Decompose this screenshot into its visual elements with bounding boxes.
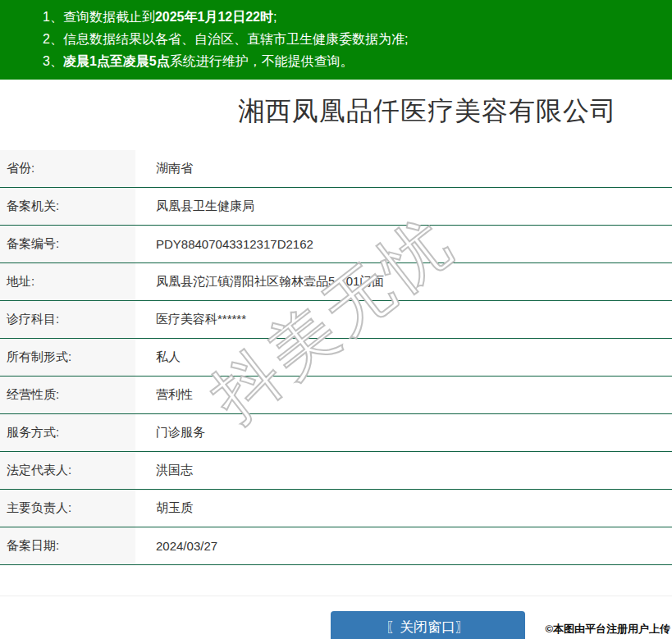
row-value: 洪国志 xyxy=(135,452,193,489)
close-window-button[interactable]: 〖关闭窗口〗 xyxy=(331,611,525,639)
row-value: 凤凰县沱江镇渭阳社区翰林壹品5-101门面 xyxy=(135,263,384,300)
row-label: 经营性质: xyxy=(0,377,135,413)
table-row-filing-date: 备案日期: 2024/03/27 xyxy=(0,527,672,565)
registration-info-table: 省份: 湖南省 备案机关: 凤凰县卫生健康局 备案编号: PDY88407043… xyxy=(0,150,672,565)
notice-1-bold: 2025年1月12日22时 xyxy=(155,10,273,24)
notice-3-suffix: 系统进行维护，不能提供查询。 xyxy=(170,54,354,68)
footer-divider xyxy=(0,596,672,596)
row-value: 医疗美容科****** xyxy=(135,301,246,338)
notice-1-number: 1、 xyxy=(43,10,63,24)
table-row-province: 省份: 湖南省 xyxy=(0,150,672,188)
notice-3-number: 3、 xyxy=(43,54,63,68)
table-row-service-mode: 服务方式: 门诊服务 xyxy=(0,414,672,452)
row-value: PDY88407043312317D2162 xyxy=(135,226,313,262)
notice-line-1: 1、查询数据截止到2025年1月12日22时; xyxy=(43,6,664,28)
notice-1-text: 查询数据截止到 xyxy=(63,10,155,24)
row-label: 备案编号: xyxy=(0,226,135,262)
row-label: 备案日期: xyxy=(0,527,135,564)
row-label: 服务方式: xyxy=(0,414,135,451)
row-value: 营利性 xyxy=(135,377,193,413)
notice-2-text: 信息数据结果以各省、自治区、直辖市卫生健康委数据为准; xyxy=(63,32,408,46)
table-row-legal-representative: 法定代表人: 洪国志 xyxy=(0,452,672,490)
notice-banner: 1、查询数据截止到2025年1月12日22时; 2、信息数据结果以各省、自治区、… xyxy=(0,0,672,80)
row-value: 2024/03/27 xyxy=(135,527,217,564)
row-value: 私人 xyxy=(135,339,181,376)
table-row-filing-authority: 备案机关: 凤凰县卫生健康局 xyxy=(0,188,672,226)
row-value: 凤凰县卫生健康局 xyxy=(135,188,254,225)
table-row-treatment-subjects: 诊疗科目: 医疗美容科****** xyxy=(0,301,672,339)
page-title: 湘西凤凰品仟医疗美容有限公司 xyxy=(238,96,617,126)
row-label: 主要负责人: xyxy=(0,490,135,527)
row-value: 门诊服务 xyxy=(135,414,205,451)
row-label: 地址: xyxy=(0,263,135,300)
row-label: 法定代表人: xyxy=(0,452,135,489)
notice-3-bold: 凌晨1点至凌晨5点 xyxy=(63,54,170,68)
notice-2-number: 2、 xyxy=(43,32,63,46)
table-row-person-in-charge: 主要负责人: 胡玉质 xyxy=(0,490,672,527)
row-value: 湖南省 xyxy=(135,150,193,187)
notice-line-3: 3、凌晨1点至凌晨5点系统进行维护，不能提供查询。 xyxy=(43,50,664,72)
notice-1-suffix: ; xyxy=(273,10,277,24)
row-label: 备案机关: xyxy=(0,188,135,225)
table-row-business-nature: 经营性质: 营利性 xyxy=(0,377,672,414)
copyright-notice: ©本图由平台注册用户上传 xyxy=(545,622,670,637)
row-label: 诊疗科目: xyxy=(0,301,135,338)
row-value: 胡玉质 xyxy=(135,490,193,527)
title-container: 湘西凤凰品仟医疗美容有限公司 xyxy=(0,91,672,130)
table-row-address: 地址: 凤凰县沱江镇渭阳社区翰林壹品5-101门面 xyxy=(0,263,672,301)
notice-line-2: 2、信息数据结果以各省、自治区、直辖市卫生健康委数据为准; xyxy=(43,28,664,50)
row-label: 省份: xyxy=(0,150,135,187)
table-row-filing-number: 备案编号: PDY88407043312317D2162 xyxy=(0,226,672,263)
table-row-ownership-type: 所有制形式: 私人 xyxy=(0,339,672,377)
row-label: 所有制形式: xyxy=(0,339,135,376)
